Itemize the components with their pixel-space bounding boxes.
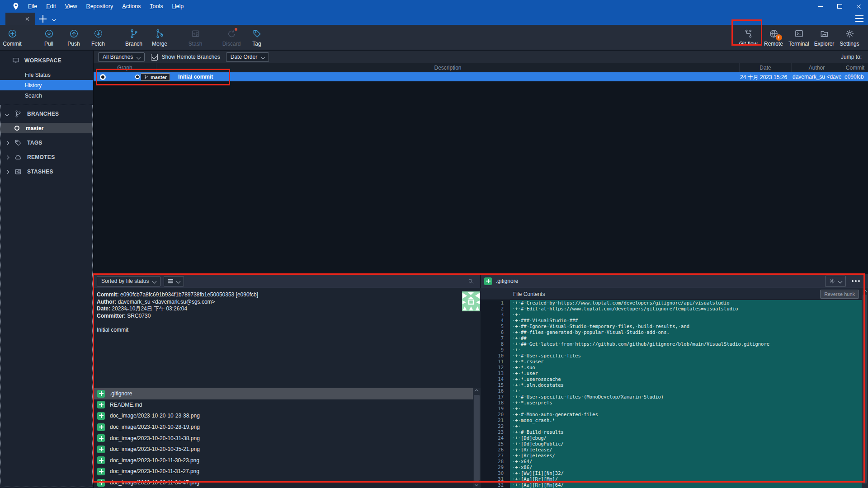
toolbar-terminal-button[interactable]: Terminal <box>787 28 811 47</box>
column-header-description[interactable]: Description <box>156 63 739 72</box>
diff-line: 19·+· <box>481 406 862 412</box>
line-number: 12 <box>481 365 510 371</box>
chevron-right-icon[interactable] <box>5 155 9 160</box>
column-header-date[interactable]: Date <box>739 63 791 72</box>
file-row[interactable]: README.md <box>94 399 473 411</box>
diff-scrollbar[interactable] <box>862 288 868 488</box>
view-options-dropdown[interactable] <box>164 276 184 286</box>
order-filter-dropdown[interactable]: Date Order <box>226 52 269 62</box>
file-row[interactable]: doc_image/2023-10-20-10-23-38.png <box>94 410 473 422</box>
scroll-down-icon[interactable] <box>475 483 478 486</box>
file-row[interactable]: doc_image/2023-10-20-11-34-47.png <box>94 477 473 488</box>
sidebar-section-tags[interactable]: TAGS <box>0 137 93 148</box>
diff-line: 5·+·##·Ignore·Visual·Studio·temporary·fi… <box>481 324 862 329</box>
close-button[interactable] <box>849 0 868 13</box>
fetch-arrow-icon <box>93 28 104 40</box>
diff-line-text: ·+·#·User-specific·files <box>510 353 862 359</box>
detail-top-bar: Sorted by file status .gitignore <box>94 274 868 288</box>
menu-edit[interactable]: Edit <box>42 3 61 9</box>
diff-line: 30·+·[Ww][Ii][Nn]32/ <box>481 470 862 476</box>
diff-pane: File Contents Reverse hunk 1·+·#·Created… <box>481 288 868 488</box>
toolbar-settings-button[interactable]: Settings <box>837 28 862 47</box>
minimize-button[interactable] <box>811 0 830 13</box>
file-row[interactable]: doc_image/2023-10-20-10-35-21.png <box>94 444 473 455</box>
sidebar-section-stashes[interactable]: STASHES <box>0 166 93 177</box>
line-number: 14 <box>481 376 510 382</box>
diff-line: 16·+· <box>481 388 862 394</box>
chevron-right-icon[interactable] <box>5 141 9 145</box>
branches-label: BRANCHES <box>27 111 59 117</box>
diff-line-text: ·+· <box>510 423 862 429</box>
toolbar-stash-button: Stash <box>183 28 208 47</box>
file-row[interactable]: doc_image/2023-10-20-11-31-27.png <box>94 466 473 477</box>
chevron-right-icon[interactable] <box>5 169 9 174</box>
toolbar-merge-button[interactable]: Merge <box>147 28 172 47</box>
toolbar-button-label: Pull <box>44 41 53 47</box>
menu-help[interactable]: Help <box>168 3 189 9</box>
modified-dot-icon <box>235 28 237 31</box>
chevron-down-icon <box>176 279 181 283</box>
sidebar-item-file-status[interactable]: File Status <box>0 70 93 80</box>
file-row[interactable]: .gitignore <box>94 388 473 399</box>
hamburger-menu-icon[interactable] <box>855 15 863 22</box>
column-header-graph[interactable]: Graph <box>94 63 156 72</box>
diff-line-text: ·+·mono_crash.* <box>510 418 862 423</box>
menu-repository[interactable]: Repository <box>82 3 118 9</box>
new-tab-button[interactable] <box>39 15 47 23</box>
line-number: 2 <box>481 306 510 312</box>
history-empty-area <box>94 81 868 274</box>
scrollbar-thumb[interactable] <box>863 295 867 483</box>
toolbar-push-button[interactable]: Push <box>61 28 86 47</box>
show-remote-checkbox[interactable] <box>151 54 158 61</box>
sidebar-item-history[interactable]: History <box>0 80 93 90</box>
sort-dropdown[interactable]: Sorted by file status <box>97 276 160 286</box>
scroll-up-icon[interactable] <box>475 389 478 393</box>
branch-badge-label: master <box>151 75 167 80</box>
commit-row[interactable]: master Initial commit 24 十月 2023 15:26 d… <box>94 72 868 81</box>
file-list-scrollbar[interactable] <box>473 388 481 488</box>
toolbar-branch-button[interactable]: Branch <box>122 28 146 47</box>
diff-line-text: ·+·*.sln.docstates <box>510 382 862 388</box>
column-header-author[interactable]: Author <box>791 63 842 72</box>
toolbar-pull-button[interactable]: Pull <box>37 28 61 47</box>
toolbar-remote-button[interactable]: !Remote <box>761 28 786 47</box>
tab-dropdown-icon[interactable] <box>52 17 57 22</box>
diff-line: 4·+·###·VisualStudio·### <box>481 318 862 324</box>
tags-label: TAGS <box>27 140 42 146</box>
sidebar-item-search[interactable]: Search <box>0 90 93 101</box>
repository-tab[interactable] <box>5 13 35 25</box>
file-row[interactable]: doc_image/2023-10-20-10-28-19.png <box>94 422 473 433</box>
maximize-button[interactable] <box>830 0 849 13</box>
sidebar-section-branches[interactable]: BRANCHES <box>0 108 93 119</box>
toolbar-git-flow-button[interactable]: Git-flow <box>736 28 760 47</box>
added-file-badge-icon <box>97 434 105 442</box>
sidebar-section-remotes[interactable]: REMOTES <box>0 152 93 163</box>
file-row[interactable]: doc_image/2023-10-20-10-31-38.png <box>94 432 473 444</box>
menu-actions[interactable]: Actions <box>118 3 145 9</box>
search-icon[interactable] <box>467 278 474 285</box>
scroll-up-icon[interactable] <box>863 290 867 294</box>
tab-bar <box>0 13 868 25</box>
toolbar-tag-button[interactable]: Tag <box>245 28 269 47</box>
workspace-items: File StatusHistorySearch <box>0 70 93 101</box>
tag-icon <box>14 139 24 147</box>
commit-info-date: Date: 2023年10月24日 下午 03:26:04 <box>97 305 258 313</box>
column-header-commit[interactable]: Commit <box>842 63 868 72</box>
scrollbar-thumb[interactable] <box>474 395 480 481</box>
file-row[interactable]: doc_image/2023-10-20-11-30-23.png <box>94 455 473 466</box>
menu-view[interactable]: View <box>61 3 82 9</box>
diff-line: 9·+· <box>481 347 862 353</box>
toolbar-explorer-button[interactable]: Explorer <box>812 28 836 47</box>
diff-settings-dropdown[interactable] <box>825 276 846 287</box>
list-menu-icon <box>168 279 173 283</box>
tab-close-icon[interactable] <box>25 17 29 21</box>
toolbar-fetch-button[interactable]: Fetch <box>86 28 110 47</box>
diff-line-text: ·+·x86/ <box>510 465 862 470</box>
toolbar-commit-button[interactable]: Commit <box>0 28 24 47</box>
more-options-button[interactable] <box>852 280 860 282</box>
branch-filter-dropdown[interactable]: All Branches <box>98 52 145 62</box>
sidebar-item-master[interactable]: master <box>0 123 93 133</box>
menu-tools[interactable]: Tools <box>145 3 167 9</box>
menu-file[interactable]: File <box>24 3 42 9</box>
chevron-down-icon[interactable] <box>5 112 9 116</box>
